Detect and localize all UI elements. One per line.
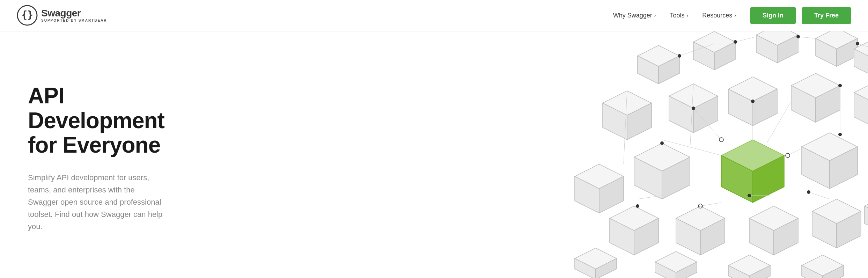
hero-illustration: .cube-face-top { fill: #f5f5f5; stroke: … xyxy=(182,31,868,278)
hero-section: API Development for Everyone Simplify AP… xyxy=(0,31,868,278)
smartbear-tagline: Supported by SMARTBEAR xyxy=(41,19,107,22)
chevron-icon: › xyxy=(734,13,736,18)
svg-text:{}: {} xyxy=(21,9,33,21)
chevron-icon: › xyxy=(687,13,689,18)
cube-network-graphic: .cube-face-top { fill: #f5f5f5; stroke: … xyxy=(505,31,868,278)
nav-item-tools[interactable]: Tools › xyxy=(670,12,689,19)
swagger-logo-icon: {} xyxy=(17,5,38,26)
svg-marker-57 xyxy=(865,206,868,234)
svg-point-93 xyxy=(838,84,842,87)
svg-point-89 xyxy=(796,35,800,38)
nav-item-resources[interactable]: Resources › xyxy=(702,12,736,19)
nav-links: Why Swagger › Tools › Resources › xyxy=(613,12,736,19)
svg-point-90 xyxy=(856,42,859,45)
svg-line-73 xyxy=(798,37,816,38)
svg-point-96 xyxy=(636,204,639,208)
svg-line-72 xyxy=(735,37,756,42)
svg-point-92 xyxy=(751,100,755,103)
svg-point-87 xyxy=(678,54,681,58)
navbar: {} Swagger Supported by SMARTBEAR Why Sw… xyxy=(0,0,868,31)
nav-buttons: Sign In Try Free xyxy=(750,7,851,24)
svg-point-94 xyxy=(660,141,664,145)
svg-line-80 xyxy=(700,203,721,206)
svg-line-83 xyxy=(809,192,830,199)
logo-link[interactable]: {} Swagger Supported by SMARTBEAR xyxy=(17,5,107,26)
swagger-wordmark: Swagger xyxy=(41,8,107,18)
svg-point-97 xyxy=(748,194,751,197)
nav-item-why-swagger[interactable]: Why Swagger › xyxy=(613,12,656,19)
hero-subtitle: Simplify API development for users, team… xyxy=(28,171,165,233)
svg-point-88 xyxy=(734,40,737,44)
tryfree-button[interactable]: Try Free xyxy=(802,7,851,24)
logo-text: Swagger Supported by SMARTBEAR xyxy=(41,8,107,22)
hero-content: API Development for Everyone Simplify AP… xyxy=(0,31,182,278)
hero-title: API Development for Everyone xyxy=(28,83,165,157)
svg-point-91 xyxy=(692,107,695,110)
svg-point-95 xyxy=(838,133,842,136)
signin-button[interactable]: Sign In xyxy=(750,7,796,24)
svg-point-98 xyxy=(807,190,810,194)
chevron-icon: › xyxy=(654,13,656,18)
